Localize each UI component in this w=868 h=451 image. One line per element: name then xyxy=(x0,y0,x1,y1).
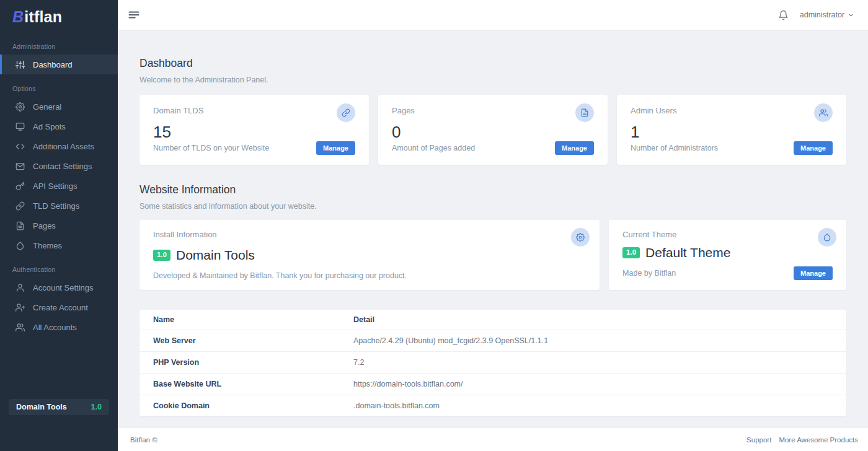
sidebar-item-ad-spots[interactable]: Ad Spots xyxy=(0,116,118,136)
sidebar-item-label: TLD Settings xyxy=(33,201,79,211)
install-label: Install Information xyxy=(153,230,586,239)
footer-link-support[interactable]: Support xyxy=(746,436,771,444)
gear-icon xyxy=(15,102,25,112)
sidebar-item-create-account[interactable]: Create Account xyxy=(0,297,118,317)
sidebar-section-administration: Administration xyxy=(0,32,118,55)
sidebar-item-label: Create Account xyxy=(33,303,88,312)
sidebar-item-label: Ad Spots xyxy=(33,122,66,131)
stat-value: 15 xyxy=(153,124,355,140)
sidebar-item-additional-assets[interactable]: Additional Assets xyxy=(0,136,118,156)
logo-text: itflan xyxy=(24,8,62,25)
chevron-down-icon xyxy=(848,12,854,19)
manage-admins-button[interactable]: Manage xyxy=(794,141,833,155)
row-name: Web Server xyxy=(140,330,340,352)
table-row: Cookie Domain .domain-tools.bitflan.com xyxy=(140,395,846,417)
logo-letter: B xyxy=(12,8,24,25)
sidebar-section-authentication: Authentication xyxy=(0,255,118,278)
stat-label: Pages xyxy=(392,103,415,115)
product-name: Domain Tools xyxy=(16,403,67,411)
install-product-name: Domain Tools xyxy=(176,248,255,263)
sidebar-item-contact-settings[interactable]: Contact Settings xyxy=(0,156,118,176)
user-dropdown[interactable]: administrator xyxy=(800,11,854,19)
product-version-box: Domain Tools 1.0 xyxy=(9,399,109,415)
row-detail: Apache/2.4.29 (Ubuntu) mod_fcgid/2.3.9 O… xyxy=(340,330,846,352)
app-logo[interactable]: Bitflan xyxy=(0,0,118,32)
sidebar-item-label: Account Settings xyxy=(33,283,94,292)
droplet-icon xyxy=(15,240,25,250)
sidebar-item-label: API Settings xyxy=(33,182,78,191)
sidebar-item-account-settings[interactable]: Account Settings xyxy=(0,278,118,297)
footer-copyright: Bitflan © xyxy=(130,436,157,444)
product-version: 1.0 xyxy=(91,403,102,411)
footer-link-more-products[interactable]: More Awesome Products xyxy=(779,436,858,444)
stat-label: Admin Users xyxy=(631,103,676,115)
column-header-detail: Detail xyxy=(340,310,846,330)
column-header-name: Name xyxy=(140,310,340,330)
install-description: Developed & Maintained by Bitflan. Thank… xyxy=(153,271,586,280)
page-subtitle: Welcome to the Administration Panel. xyxy=(140,76,846,84)
theme-version-badge: 1.0 xyxy=(622,247,640,258)
sidebar-item-pages[interactable]: Pages xyxy=(0,216,118,235)
code-icon xyxy=(15,141,25,151)
table-row: Base Website URL https://domain-tools.bi… xyxy=(140,374,846,395)
sidebar-toggle-button[interactable] xyxy=(128,9,140,21)
section-title-website-information: Website Information xyxy=(140,183,846,196)
users-icon xyxy=(814,103,833,122)
footer: Bitflan © Support More Awesome Products xyxy=(118,427,868,451)
section-subtitle: Some statistics and information about yo… xyxy=(140,202,846,211)
sidebar-item-all-accounts[interactable]: All Accounts xyxy=(0,317,118,337)
stat-description: Amount of Pages added xyxy=(392,144,475,152)
sidebar-item-label: Pages xyxy=(33,221,56,230)
file-icon xyxy=(575,103,594,122)
username: administrator xyxy=(800,11,844,19)
stat-cards-row: Domain TLDS 15 Number of TLDS on your We… xyxy=(140,95,846,165)
sidebar-item-dashboard[interactable]: Dashboard xyxy=(0,55,118,74)
sidebar-section-options: Options xyxy=(0,74,118,97)
droplet-icon xyxy=(818,228,836,247)
row-name: PHP Version xyxy=(140,352,340,374)
theme-name: Default Theme xyxy=(645,245,730,260)
sidebar-item-label: Dashboard xyxy=(33,60,73,69)
sidebar-item-tld-settings[interactable]: TLD Settings xyxy=(0,196,118,216)
monitor-icon xyxy=(15,121,25,131)
row-detail: .domain-tools.bitflan.com xyxy=(340,395,846,417)
footer-links: Support More Awesome Products xyxy=(746,436,858,444)
manage-tlds-button[interactable]: Manage xyxy=(316,141,355,155)
stat-value: 1 xyxy=(631,124,833,140)
topbar-right: administrator xyxy=(778,10,854,20)
row-name: Base Website URL xyxy=(140,374,340,395)
main-column: administrator Dashboard Welcome to the A… xyxy=(118,0,868,451)
current-theme-card: Current Theme 1.0 Default Theme Made by … xyxy=(609,220,846,290)
theme-description: Made by Bitflan xyxy=(622,269,676,278)
server-info-table: Name Detail Web Server Apache/2.4.29 (Ub… xyxy=(140,310,846,416)
mail-icon xyxy=(15,161,25,171)
key-icon xyxy=(15,181,25,191)
topbar: administrator xyxy=(118,0,868,30)
user-plus-icon xyxy=(15,302,25,312)
website-info-row: Install Information 1.0 Domain Tools Dev… xyxy=(140,220,846,290)
page-title: Dashboard xyxy=(140,57,846,70)
table-row: Web Server Apache/2.4.29 (Ubuntu) mod_fc… xyxy=(140,330,846,352)
users-icon xyxy=(15,322,25,332)
stat-value: 0 xyxy=(392,124,594,140)
row-name: Cookie Domain xyxy=(140,395,340,417)
link-icon xyxy=(337,103,355,122)
sliders-icon xyxy=(15,59,25,69)
sidebar-item-label: Additional Assets xyxy=(33,142,94,151)
sidebar-item-api-settings[interactable]: API Settings xyxy=(0,176,118,196)
notifications-bell-icon[interactable] xyxy=(778,10,789,20)
stat-card-admin-users: Admin Users 1 Number of Administrators M… xyxy=(617,95,846,165)
install-version-badge: 1.0 xyxy=(153,250,170,261)
sidebar-item-themes[interactable]: Themes xyxy=(0,235,118,255)
user-icon xyxy=(15,282,25,292)
link-icon xyxy=(15,201,25,211)
manage-theme-button[interactable]: Manage xyxy=(794,266,833,280)
sidebar-item-general[interactable]: General xyxy=(0,97,118,116)
theme-label: Current Theme xyxy=(622,230,833,239)
manage-pages-button[interactable]: Manage xyxy=(555,141,594,155)
file-icon xyxy=(15,221,25,230)
sidebar-item-label: General xyxy=(33,102,61,112)
sidebar-item-label: Themes xyxy=(33,241,62,250)
stat-card-domain-tlds: Domain TLDS 15 Number of TLDS on your We… xyxy=(140,95,369,165)
install-information-card: Install Information 1.0 Domain Tools Dev… xyxy=(140,220,600,290)
